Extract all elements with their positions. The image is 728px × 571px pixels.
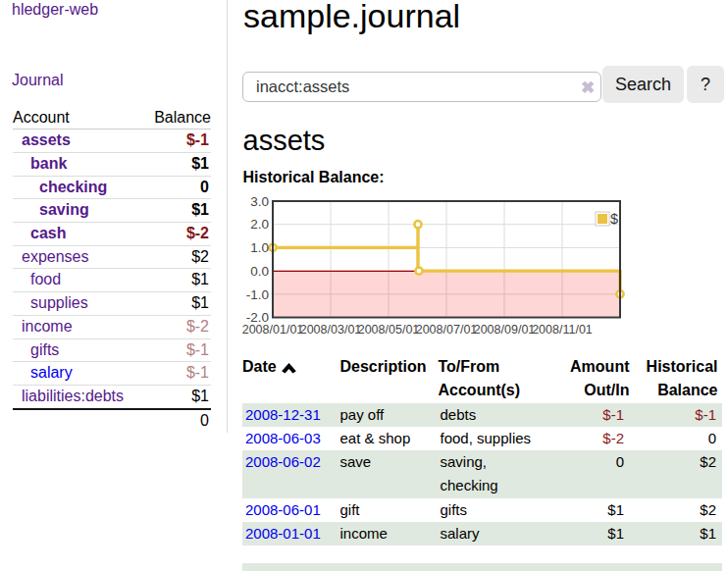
svg-text:2008/07/01: 2008/07/01	[416, 323, 478, 337]
svg-text:3.0: 3.0	[250, 194, 269, 209]
svg-text:2008/09/01: 2008/09/01	[474, 323, 536, 337]
svg-text:2008/11/01: 2008/11/01	[532, 323, 593, 337]
svg-text:2008/03/01: 2008/03/01	[300, 323, 362, 337]
svg-text:-1.0: -1.0	[246, 287, 269, 302]
svg-text:2008/01/01: 2008/01/01	[242, 323, 304, 337]
svg-text:0.0: 0.0	[250, 264, 269, 279]
svg-text:$: $	[610, 211, 618, 227]
svg-text:2.0: 2.0	[250, 217, 269, 232]
svg-text:2008/05/01: 2008/05/01	[358, 323, 420, 337]
svg-text:1.0: 1.0	[250, 240, 269, 255]
